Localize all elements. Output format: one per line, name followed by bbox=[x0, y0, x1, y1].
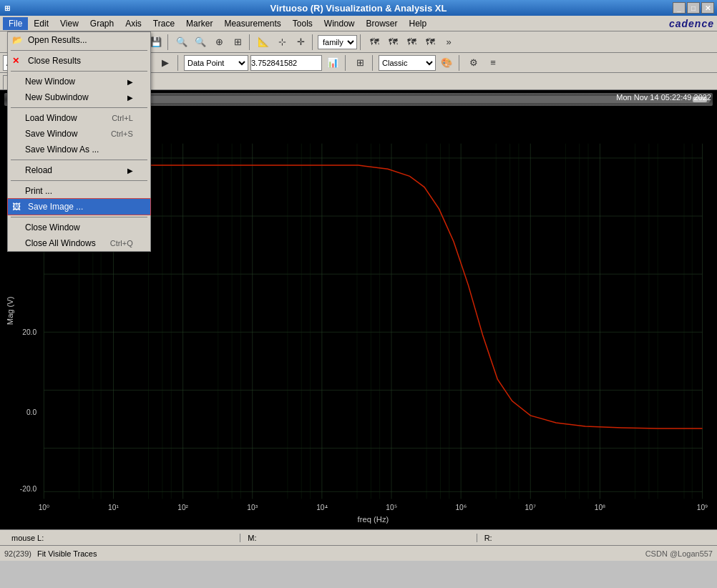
chart-timestamp: Mon Nov 14 05:22:49 2022 bbox=[616, 93, 711, 102]
minimize-button[interactable]: _ bbox=[673, 2, 686, 14]
fit-traces-label: Fit Visible Traces bbox=[37, 549, 97, 558]
menu-load-window[interactable]: Load Window Ctrl+L bbox=[8, 110, 150, 126]
menu-axis[interactable]: Axis bbox=[120, 17, 147, 30]
svg-text:-20.0: -20.0 bbox=[20, 485, 37, 493]
menu-close-all-windows[interactable]: Close All Windows Ctrl+Q bbox=[8, 235, 150, 251]
svg-text:10⁶: 10⁶ bbox=[455, 504, 466, 511]
menu-sep2 bbox=[11, 71, 147, 72]
svg-text:10⁴: 10⁴ bbox=[316, 504, 327, 511]
menu-print[interactable]: Print ... bbox=[8, 183, 150, 199]
menu-new-window[interactable]: New Window ▶ bbox=[8, 74, 150, 89]
close-button[interactable]: ✕ bbox=[701, 2, 714, 14]
coordinate-input[interactable] bbox=[250, 55, 322, 71]
tb-grid[interactable]: ⊞ bbox=[351, 55, 369, 71]
close-results-icon: ✕ bbox=[12, 56, 19, 66]
tb-map2[interactable]: 🗺 bbox=[384, 34, 401, 50]
bottom-right-text: CSDN @Logan557 bbox=[645, 549, 713, 558]
menu-tools[interactable]: Tools bbox=[287, 17, 318, 30]
tb-zoom-fit[interactable]: ⊕ bbox=[210, 34, 228, 50]
menu-sep6 bbox=[11, 217, 147, 217]
file-menu-dropdown[interactable]: 📂 Open Results... ✕ Close Results New Wi… bbox=[7, 31, 151, 252]
tb-style2[interactable]: 🎨 bbox=[438, 55, 455, 71]
save-window-as-label: Save Window As ... bbox=[25, 144, 99, 155]
tb-zoom-box[interactable]: ⊞ bbox=[229, 34, 246, 50]
menu-close-window[interactable]: Close Window bbox=[8, 220, 150, 235]
save-window-label: Save Window bbox=[25, 129, 77, 139]
menu-sep1 bbox=[11, 50, 147, 51]
menu-save-window-as[interactable]: Save Window As ... bbox=[8, 142, 150, 157]
new-subwindow-arrow: ▶ bbox=[127, 94, 133, 102]
family-select[interactable]: family all bbox=[318, 35, 357, 49]
reload-arrow: ▶ bbox=[127, 167, 133, 175]
menu-trace[interactable]: Trace bbox=[147, 17, 180, 30]
menu-file[interactable]: File bbox=[3, 17, 28, 30]
svg-text:10¹: 10¹ bbox=[108, 504, 119, 511]
tb-map3[interactable]: 🗺 bbox=[403, 34, 420, 50]
menu-view[interactable]: View bbox=[54, 17, 84, 30]
bottombar: 92(239) Fit Visible Traces CSDN @Logan55… bbox=[0, 545, 717, 561]
tb-map1[interactable]: 🗺 bbox=[366, 34, 383, 50]
svg-text:10⁷: 10⁷ bbox=[525, 504, 536, 511]
tb-settings[interactable]: ⚙ bbox=[465, 55, 482, 71]
status-right: R: bbox=[477, 534, 713, 542]
tb-map4[interactable]: 🗺 bbox=[421, 34, 439, 50]
menu-window[interactable]: Window bbox=[318, 17, 361, 30]
style-select[interactable]: Classic Modern Dark bbox=[379, 55, 436, 71]
data-point-select[interactable]: Data Point bbox=[184, 55, 248, 71]
menu-measurements[interactable]: Measurements bbox=[218, 17, 286, 30]
tb-crosshair[interactable]: ✛ bbox=[292, 34, 309, 50]
tb-sep6 bbox=[360, 34, 363, 50]
tb-zoom-out[interactable]: 🔍 bbox=[192, 34, 209, 50]
statusbar: mouse L: M: R: bbox=[0, 529, 717, 545]
new-window-arrow: ▶ bbox=[127, 78, 133, 86]
menu-close-results[interactable]: ✕ Close Results bbox=[8, 53, 150, 69]
open-folder-icon: 📂 bbox=[12, 35, 23, 45]
menu-sep5 bbox=[11, 180, 147, 181]
menu-new-subwindow[interactable]: New Subwindow ▶ bbox=[8, 89, 150, 105]
close-window-label: Close Window bbox=[25, 222, 80, 232]
svg-text:10²: 10² bbox=[177, 504, 188, 511]
window-controls: _ □ ✕ bbox=[673, 2, 714, 14]
open-results-label: Open Results... bbox=[28, 35, 87, 45]
close-results-label: Close Results bbox=[28, 56, 81, 66]
svg-text:10⁸: 10⁸ bbox=[595, 504, 605, 511]
save-window-shortcut: Ctrl+S bbox=[111, 129, 133, 138]
maximize-button[interactable]: □ bbox=[687, 2, 700, 14]
tb-zoom-in[interactable]: 🔍 bbox=[173, 34, 190, 50]
tb2-sep4 bbox=[372, 55, 375, 71]
svg-text:10³: 10³ bbox=[247, 504, 258, 511]
reload-label: Reload bbox=[25, 165, 52, 175]
new-window-label: New Window bbox=[25, 77, 75, 87]
menu-marker[interactable]: Marker bbox=[180, 17, 218, 30]
save-image-icon: 🖼 bbox=[12, 202, 21, 212]
title-text: Virtuoso (R) Visualization & Analysis XL bbox=[270, 3, 447, 14]
close-all-shortcut: Ctrl+Q bbox=[110, 239, 133, 248]
menu-browser[interactable]: Browser bbox=[361, 17, 404, 30]
svg-text:0.0: 0.0 bbox=[26, 408, 37, 416]
menu-help[interactable]: Help bbox=[404, 17, 433, 30]
menu-reload[interactable]: Reload ▶ bbox=[8, 162, 150, 178]
tb-measure[interactable]: 📐 bbox=[255, 34, 272, 50]
menu-save-window[interactable]: Save Window Ctrl+S bbox=[8, 126, 150, 142]
tb-arrow-right[interactable]: ▶ bbox=[157, 55, 174, 71]
svg-text:freq (Hz): freq (Hz) bbox=[358, 515, 389, 524]
tb-chart2[interactable]: 📊 bbox=[324, 55, 341, 71]
tb2-sep3 bbox=[345, 55, 348, 71]
svg-text:20.0: 20.0 bbox=[22, 328, 36, 336]
menubar: File Edit View Graph Axis Trace Marker M… bbox=[0, 16, 717, 31]
trace-count: 92(239) bbox=[4, 549, 31, 558]
tb-more2[interactable]: ≡ bbox=[484, 55, 502, 71]
tb-sep5 bbox=[312, 34, 315, 50]
menu-save-image[interactable]: 🖼 Save Image ... bbox=[8, 199, 150, 215]
window-icon: ⊞ bbox=[4, 4, 10, 12]
tb-sep4 bbox=[249, 34, 252, 50]
save-image-label: Save Image ... bbox=[28, 202, 83, 212]
load-window-label: Load Window bbox=[25, 113, 77, 123]
menu-graph[interactable]: Graph bbox=[84, 17, 120, 30]
tb-more[interactable]: » bbox=[440, 34, 457, 50]
status-left: mouse L: bbox=[4, 534, 240, 542]
tb-sep3 bbox=[167, 34, 170, 50]
tb-cursor[interactable]: ⊹ bbox=[273, 34, 291, 50]
menu-edit[interactable]: Edit bbox=[28, 17, 54, 30]
menu-open-results[interactable]: 📂 Open Results... bbox=[8, 32, 150, 48]
